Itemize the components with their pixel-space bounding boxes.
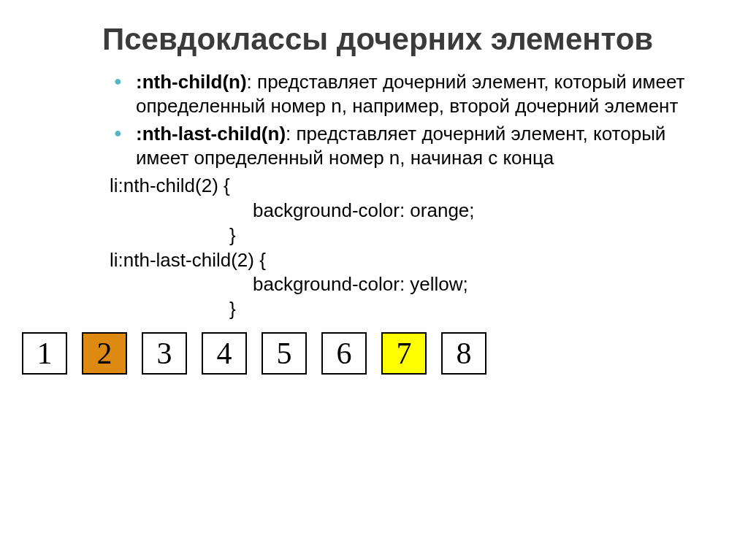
list-item: :nth-last-child(n): представляет дочерни… (110, 122, 690, 169)
code-line: li:nth-last-child(2) { (110, 248, 711, 273)
num-box: 4 (202, 332, 247, 375)
num-box: 2 (82, 332, 127, 375)
slide-title: Псевдоклассы дочерних элементов (102, 22, 711, 57)
num-box: 7 (381, 332, 427, 375)
bullet-list: :nth-child(n): представляет дочерний эле… (110, 70, 690, 169)
num-box: 6 (321, 332, 367, 375)
list-item: :nth-child(n): представляет дочерний эле… (110, 70, 690, 118)
num-box: 1 (22, 332, 67, 375)
num-box: 8 (441, 332, 486, 375)
num-box: 5 (262, 332, 307, 375)
term: :nth-child(n) (136, 71, 247, 93)
code-line: li:nth-child(2) { (110, 174, 711, 199)
code-block: li:nth-child(2) { background-color: oran… (110, 174, 711, 322)
code-line: background-color: orange; (253, 199, 711, 223)
code-line: } (229, 223, 711, 248)
term: :nth-last-child(n) (136, 123, 286, 145)
number-row: 1 2 3 4 5 6 7 8 (22, 332, 711, 375)
num-box: 3 (142, 332, 187, 375)
code-line: } (229, 297, 711, 322)
code-line: background-color: yellow; (253, 272, 711, 297)
